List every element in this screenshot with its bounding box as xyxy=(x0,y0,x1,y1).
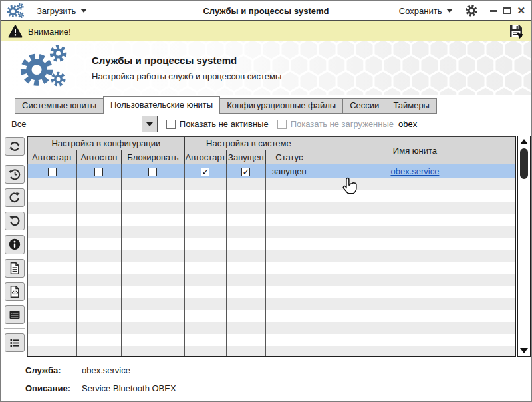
gears-logo-icon xyxy=(17,44,76,92)
chevron-down-icon xyxy=(446,9,453,13)
empty-row[interactable] xyxy=(27,262,516,274)
description-label: Описание: xyxy=(25,383,82,393)
scroll-up-icon[interactable] xyxy=(520,139,528,144)
list-button[interactable] xyxy=(5,333,25,352)
empty-row[interactable] xyxy=(27,346,516,357)
unit-filter-selected-value: Все xyxy=(7,116,142,132)
chevron-down-icon xyxy=(80,9,87,13)
warning-triangle-icon xyxy=(8,25,23,38)
view-file-button[interactable] xyxy=(5,259,25,278)
service-label: Служба: xyxy=(25,365,82,375)
view-source-button[interactable] xyxy=(5,282,25,301)
checkbox-config-autostop[interactable] xyxy=(94,168,103,176)
page-subtitle: Настройка работы служб и процессов систе… xyxy=(92,71,281,81)
empty-row[interactable] xyxy=(27,202,516,214)
page-title: Службы и процессы systemd xyxy=(92,55,281,66)
empty-row[interactable] xyxy=(27,178,516,190)
empty-row[interactable] xyxy=(27,334,516,346)
history-button[interactable] xyxy=(5,165,25,184)
description-value: Service Bluetooth OBEX xyxy=(82,383,176,393)
main-area: Настройка в конфигурации Настройка в сис… xyxy=(1,136,531,357)
save-menu-button[interactable]: Сохранить xyxy=(396,5,456,17)
close-icon[interactable]: ✕ xyxy=(517,7,525,15)
unit-name-link[interactable]: obex.service xyxy=(390,166,439,176)
checkbox-config-autostart[interactable] xyxy=(48,168,57,176)
header-banner: Службы и процессы systemd Настройка рабо… xyxy=(1,41,531,95)
title-bar: Службы и процессы systemd xyxy=(1,1,531,21)
column-group-system: Настройка в системе xyxy=(184,137,313,150)
warning-label: Внимание! xyxy=(28,27,71,37)
units-table: Настройка в конфигурации Настройка в сис… xyxy=(27,136,516,357)
dropdown-button[interactable] xyxy=(142,116,157,132)
column-header-status: Статус xyxy=(265,150,313,164)
search-input[interactable] xyxy=(394,116,525,132)
scroll-down-icon[interactable] xyxy=(520,348,528,353)
empty-row[interactable] xyxy=(27,190,516,202)
tab-1[interactable]: Пользовательские юниты xyxy=(103,96,220,114)
refresh-icon xyxy=(8,140,21,153)
column-header-running: Запущен xyxy=(226,150,265,164)
list-icon xyxy=(8,336,21,349)
maximize-icon[interactable] xyxy=(503,7,511,14)
journal-icon xyxy=(8,308,21,321)
undo-button[interactable] xyxy=(5,212,25,230)
unit-filter-select[interactable]: Все xyxy=(7,116,158,132)
tab-4[interactable]: Таймеры xyxy=(386,98,437,114)
tab-bar: Системные юнитыПользовательские юнитыКон… xyxy=(1,95,531,114)
empty-row[interactable] xyxy=(27,250,516,262)
column-header-autostart-system: Автостарт xyxy=(184,150,226,164)
empty-row[interactable] xyxy=(27,238,516,250)
unit-row-selected[interactable]: ✓ ✓ запущен obex.service xyxy=(27,164,516,178)
table-body-empty xyxy=(27,178,516,357)
status-cell: запущен xyxy=(265,164,313,178)
empty-row[interactable] xyxy=(27,214,516,226)
floppy-save-icon[interactable] xyxy=(508,23,524,39)
tab-2[interactable]: Конфигурационные файлы xyxy=(219,98,343,114)
column-header-unit-name: Имя юнита xyxy=(313,137,516,164)
app-window: Службы и процессы systemd xyxy=(0,0,532,402)
show-unloaded-checkbox: Показать не загруженные xyxy=(277,119,394,129)
service-value: obex.service xyxy=(82,365,130,375)
settings-gear-icon[interactable] xyxy=(465,4,478,17)
app-gears-icon xyxy=(7,3,25,19)
checkbox-config-block[interactable] xyxy=(148,168,157,176)
checkbox-system-running[interactable]: ✓ xyxy=(241,168,250,176)
redo-arrow-icon xyxy=(8,191,21,204)
vertical-scrollbar[interactable] xyxy=(517,136,531,357)
load-menu-button[interactable]: Загрузить xyxy=(34,5,90,17)
column-header-block: Блокировать xyxy=(121,150,184,164)
chevron-down-icon xyxy=(146,122,153,126)
journal-button[interactable] xyxy=(5,305,25,324)
checkbox-system-autostart[interactable]: ✓ xyxy=(201,168,209,176)
minimize-icon[interactable] xyxy=(490,10,497,12)
details-panel: Служба: obex.service Описание: Service B… xyxy=(1,357,531,393)
warning-bar: Внимание! xyxy=(1,21,531,41)
tab-0[interactable]: Системные юниты xyxy=(15,98,104,114)
empty-row[interactable] xyxy=(27,298,516,310)
column-header-autostop: Автостоп xyxy=(76,150,121,164)
filter-row: Все Показать не активные Показать не заг… xyxy=(1,114,531,136)
file-text-icon xyxy=(8,262,21,275)
column-header-autostart-config: Автостарт xyxy=(27,150,76,164)
empty-row[interactable] xyxy=(27,286,516,298)
scrollbar-thumb[interactable] xyxy=(520,148,528,179)
info-icon xyxy=(8,238,21,251)
info-button[interactable] xyxy=(5,235,25,254)
column-group-config: Настройка в конфигурации xyxy=(27,137,184,150)
checkbox-box[interactable] xyxy=(166,120,176,129)
empty-row[interactable] xyxy=(27,274,516,286)
undo-arrow-icon xyxy=(8,214,21,228)
empty-row[interactable] xyxy=(27,322,516,334)
show-inactive-checkbox[interactable]: Показать не активные xyxy=(166,119,269,129)
toolbar-separator xyxy=(4,160,25,160)
restart-button[interactable] xyxy=(5,188,25,207)
file-code-icon xyxy=(8,285,21,298)
empty-row[interactable] xyxy=(27,226,516,238)
toolbar-separator xyxy=(4,328,25,329)
checkbox-box xyxy=(277,120,287,129)
refresh-button[interactable] xyxy=(5,137,25,156)
tab-3[interactable]: Сессии xyxy=(342,98,386,114)
left-toolbar xyxy=(3,136,27,357)
history-clock-icon xyxy=(8,168,21,181)
empty-row[interactable] xyxy=(27,310,516,322)
